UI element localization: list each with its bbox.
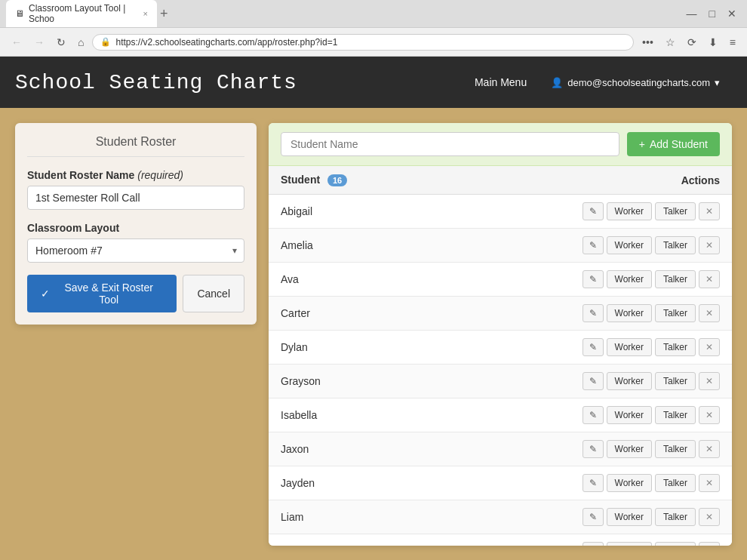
browser-dots-button[interactable]: ••• bbox=[638, 35, 657, 50]
maximize-button[interactable]: □ bbox=[705, 8, 720, 20]
talker-button[interactable]: Talker bbox=[655, 474, 696, 492]
browser-menu-button[interactable]: ≡ bbox=[726, 35, 739, 50]
cancel-button[interactable]: Cancel bbox=[183, 275, 244, 312]
student-name: Jayden bbox=[281, 477, 583, 489]
browser-bookmark-button[interactable]: ☆ bbox=[662, 35, 679, 50]
classroom-layout-section: Classroom Layout Homeroom #7 Room 101 Ro… bbox=[27, 222, 244, 263]
address-text: https://v2.schoolseatingcharts.com/app/r… bbox=[115, 37, 626, 48]
student-name: Amelia bbox=[281, 239, 583, 251]
talker-button[interactable]: Talker bbox=[655, 542, 696, 546]
user-icon: 👤 bbox=[551, 77, 563, 88]
remove-student-button[interactable]: ✕ bbox=[699, 338, 720, 356]
worker-button[interactable]: Worker bbox=[607, 474, 652, 492]
edit-student-button[interactable]: ✎ bbox=[583, 202, 604, 220]
classroom-layout-select[interactable]: Homeroom #7 Room 101 Room 202 bbox=[27, 238, 244, 263]
worker-button[interactable]: Worker bbox=[607, 542, 652, 546]
talker-button[interactable]: Talker bbox=[655, 406, 696, 424]
table-row: Grayson ✎ Worker Talker ✕ bbox=[269, 365, 732, 398]
remove-student-button[interactable]: ✕ bbox=[699, 372, 720, 390]
edit-student-button[interactable]: ✎ bbox=[583, 406, 604, 424]
tab-close-button[interactable]: × bbox=[143, 9, 148, 18]
table-row: Carter ✎ Worker Talker ✕ bbox=[269, 297, 732, 331]
student-name: Luke bbox=[281, 545, 583, 546]
user-dropdown-icon: ▾ bbox=[715, 77, 720, 88]
remove-student-button[interactable]: ✕ bbox=[699, 542, 720, 546]
main-menu-button[interactable]: Main Menu bbox=[458, 70, 539, 94]
remove-student-button[interactable]: ✕ bbox=[699, 202, 720, 220]
table-row: Liam ✎ Worker Talker ✕ bbox=[269, 500, 732, 534]
main-menu-label: Main Menu bbox=[475, 76, 527, 88]
worker-button[interactable]: Worker bbox=[607, 338, 652, 356]
table-row: Dylan ✎ Worker Talker ✕ bbox=[269, 331, 732, 365]
talker-button[interactable]: Talker bbox=[655, 236, 696, 254]
student-name: Isabella bbox=[281, 409, 583, 421]
remove-student-button[interactable]: ✕ bbox=[699, 270, 720, 288]
remove-student-button[interactable]: ✕ bbox=[699, 508, 720, 526]
edit-student-button[interactable]: ✎ bbox=[583, 372, 604, 390]
edit-student-button[interactable]: ✎ bbox=[583, 508, 604, 526]
talker-button[interactable]: Talker bbox=[655, 508, 696, 526]
remove-student-button[interactable]: ✕ bbox=[699, 304, 720, 322]
edit-student-button[interactable]: ✎ bbox=[583, 542, 604, 546]
worker-button[interactable]: Worker bbox=[607, 440, 652, 458]
talker-button[interactable]: Talker bbox=[655, 372, 696, 390]
worker-button[interactable]: Worker bbox=[607, 270, 652, 288]
left-panel: Student Roster Student Roster Name (requ… bbox=[15, 123, 257, 325]
add-student-button[interactable]: + Add Student bbox=[627, 132, 720, 156]
talker-button[interactable]: Talker bbox=[655, 304, 696, 322]
back-button[interactable]: ← bbox=[8, 35, 26, 50]
user-menu-button[interactable]: 👤 demo@schoolseatingcharts.com ▾ bbox=[539, 71, 732, 94]
edit-student-button[interactable]: ✎ bbox=[583, 474, 604, 492]
talker-button[interactable]: Talker bbox=[655, 338, 696, 356]
save-exit-button[interactable]: ✓ Save & Exit Roster Tool bbox=[27, 275, 177, 312]
classroom-select-wrapper: Homeroom #7 Room 101 Room 202 ▾ bbox=[27, 238, 244, 263]
edit-student-button[interactable]: ✎ bbox=[583, 440, 604, 458]
refresh-button[interactable]: ↻ bbox=[53, 35, 69, 50]
table-row: Jayden ✎ Worker Talker ✕ bbox=[269, 466, 732, 500]
talker-button[interactable]: Talker bbox=[655, 440, 696, 458]
worker-button[interactable]: Worker bbox=[607, 236, 652, 254]
add-student-label: Add Student bbox=[650, 138, 708, 150]
worker-button[interactable]: Worker bbox=[607, 406, 652, 424]
worker-button[interactable]: Worker bbox=[607, 304, 652, 322]
student-name: Ava bbox=[281, 273, 583, 285]
student-name-input[interactable] bbox=[281, 132, 619, 156]
user-email: demo@schoolseatingcharts.com bbox=[567, 77, 710, 88]
close-button[interactable]: ✕ bbox=[723, 8, 741, 20]
edit-student-button[interactable]: ✎ bbox=[583, 270, 604, 288]
worker-button[interactable]: Worker bbox=[607, 372, 652, 390]
app-title: School Seating Charts bbox=[15, 71, 297, 94]
edit-student-button[interactable]: ✎ bbox=[583, 338, 604, 356]
new-tab-button[interactable]: + bbox=[160, 7, 168, 20]
remove-student-button[interactable]: ✕ bbox=[699, 474, 720, 492]
browser-tab[interactable]: 🖥 Classroom Layout Tool | Schoo × bbox=[6, 0, 157, 27]
row-actions: ✎ Worker Talker ✕ bbox=[583, 202, 720, 220]
roster-name-label: Student Roster Name (required) bbox=[27, 169, 244, 181]
main-content: Student Roster Student Roster Name (requ… bbox=[0, 108, 747, 560]
student-list: Abigail ✎ Worker Talker ✕ Amelia ✎ Worke… bbox=[269, 195, 732, 546]
right-panel: + Add Student Student 16 Actions Abigail… bbox=[269, 123, 732, 546]
worker-button[interactable]: Worker bbox=[607, 508, 652, 526]
remove-student-button[interactable]: ✕ bbox=[699, 236, 720, 254]
edit-student-button[interactable]: ✎ bbox=[583, 304, 604, 322]
table-row: Amelia ✎ Worker Talker ✕ bbox=[269, 229, 732, 263]
student-name: Dylan bbox=[281, 341, 583, 353]
lock-icon: 🔒 bbox=[100, 37, 111, 47]
roster-name-section: Student Roster Name (required) bbox=[27, 169, 244, 210]
remove-student-button[interactable]: ✕ bbox=[699, 440, 720, 458]
roster-name-input[interactable] bbox=[27, 186, 244, 210]
address-bar[interactable]: 🔒 https://v2.schoolseatingcharts.com/app… bbox=[92, 34, 634, 51]
worker-button[interactable]: Worker bbox=[607, 202, 652, 220]
edit-student-button[interactable]: ✎ bbox=[583, 236, 604, 254]
forward-button[interactable]: → bbox=[30, 35, 48, 50]
remove-student-button[interactable]: ✕ bbox=[699, 406, 720, 424]
table-row: Luke ✎ Worker Talker ✕ bbox=[269, 534, 732, 546]
talker-button[interactable]: Talker bbox=[655, 270, 696, 288]
browser-download-button[interactable]: ⬇ bbox=[705, 35, 721, 50]
home-button[interactable]: ⌂ bbox=[74, 35, 88, 50]
minimize-button[interactable]: — bbox=[682, 8, 702, 20]
row-actions: ✎ Worker Talker ✕ bbox=[583, 304, 720, 322]
talker-button[interactable]: Talker bbox=[655, 202, 696, 220]
add-icon: + bbox=[639, 138, 645, 150]
browser-history-button[interactable]: ⟳ bbox=[684, 35, 700, 50]
